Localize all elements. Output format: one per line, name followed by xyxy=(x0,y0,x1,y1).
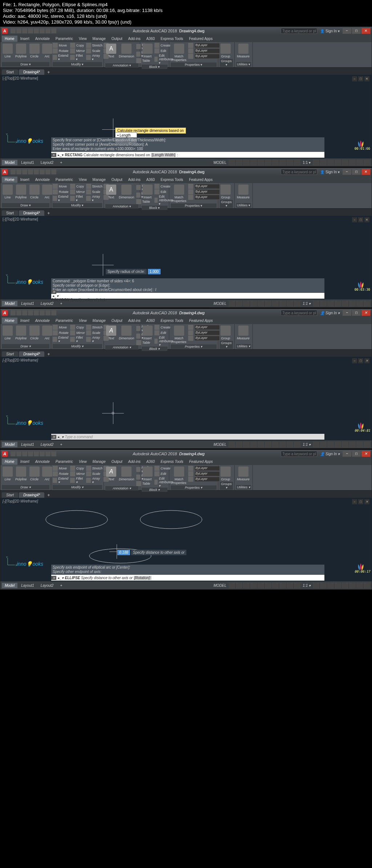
scale-indicator[interactable]: 1:1 ▾ xyxy=(301,443,312,447)
viewport-maximize[interactable]: □ xyxy=(358,76,363,81)
qat-button-4[interactable] xyxy=(34,169,39,174)
qat-button-6[interactable] xyxy=(45,169,50,174)
qat-button-1[interactable] xyxy=(16,451,21,456)
status-toggle-r3[interactable] xyxy=(335,441,341,447)
modify-scale-button[interactable]: Scale xyxy=(86,471,103,476)
menu-featured-apps[interactable]: Featured Apps xyxy=(186,459,215,465)
status-toggle-r7[interactable] xyxy=(364,300,370,306)
measure-button[interactable]: Measure xyxy=(236,325,250,341)
status-toggle-1[interactable] xyxy=(236,582,242,588)
draw-circle-button[interactable]: Circle xyxy=(29,466,40,482)
layout2-tab[interactable]: Layout2 xyxy=(38,583,57,588)
drawing-canvas[interactable]: [-][Top][2D Wireframe] − □ ✕ X Y inno💡oo… xyxy=(0,216,372,299)
model-tab[interactable]: Model xyxy=(2,301,17,306)
menu-a360[interactable]: A360 xyxy=(143,36,158,42)
text-button[interactable]: AText xyxy=(105,325,117,341)
layer-combo[interactable]: ByLayer xyxy=(188,466,220,471)
group-button[interactable]: Group xyxy=(220,43,231,59)
status-toggle-0[interactable] xyxy=(229,160,235,165)
status-toggle-r1[interactable] xyxy=(320,441,327,447)
status-toggle-9[interactable] xyxy=(294,441,300,447)
status-toggle-r5[interactable] xyxy=(349,582,356,588)
modify-stretch-button[interactable]: Stretch xyxy=(86,184,103,189)
menu-express-tools[interactable]: Express Tools xyxy=(158,459,186,465)
status-toggle-3[interactable] xyxy=(250,160,257,165)
menu-express-tools[interactable]: Express Tools xyxy=(158,318,186,324)
linetype-combo[interactable]: ByLayer xyxy=(188,330,220,335)
menu-insert[interactable]: Insert xyxy=(17,318,32,324)
group-button[interactable]: Group xyxy=(220,325,231,341)
signin-button[interactable]: 👤 Sign In ▾ xyxy=(320,170,340,174)
minimize-button[interactable]: − xyxy=(343,310,351,316)
status-toggle-7[interactable] xyxy=(279,160,286,165)
status-toggle-3[interactable] xyxy=(250,441,257,447)
lineweight-combo[interactable]: ByLayer xyxy=(188,336,220,341)
qat-button-5[interactable] xyxy=(40,169,45,174)
viewport-label[interactable]: [-][Top][2D Wireframe] xyxy=(3,76,38,80)
layout2-tab[interactable]: Layout2 xyxy=(38,160,57,165)
menu-view[interactable]: View xyxy=(76,36,90,42)
viewport-minimize[interactable]: − xyxy=(352,358,357,363)
status-toggle-r5[interactable] xyxy=(349,300,356,306)
qat-button-2[interactable] xyxy=(22,310,27,315)
app-icon[interactable]: A xyxy=(2,28,8,34)
viewport-maximize[interactable]: □ xyxy=(358,358,363,363)
menu-output[interactable]: Output xyxy=(109,318,125,324)
status-toggle-r0[interactable] xyxy=(313,582,319,588)
modify-move-button[interactable]: Move xyxy=(53,184,69,189)
menu-output[interactable]: Output xyxy=(109,36,125,42)
status-toggle-7[interactable] xyxy=(279,582,286,588)
qat-button-3[interactable] xyxy=(28,451,33,456)
status-toggle-0[interactable] xyxy=(229,441,235,447)
modify-array-button[interactable]: Array ▾ xyxy=(86,477,103,484)
status-toggle-r0[interactable] xyxy=(313,160,319,165)
qat-button-7[interactable] xyxy=(51,28,56,33)
signin-button[interactable]: 👤 Sign In ▾ xyxy=(320,452,340,456)
menu-view[interactable]: View xyxy=(76,318,90,324)
qat-button-3[interactable] xyxy=(28,169,33,174)
menu-annotate[interactable]: Annotate xyxy=(32,459,53,465)
dynamic-input[interactable]: 0.188Specify distance to other axis or xyxy=(117,550,186,555)
menu-parametric[interactable]: Parametric xyxy=(53,318,76,324)
modify-mirror-button[interactable]: Mirror xyxy=(70,330,85,335)
status-toggle-5[interactable] xyxy=(265,160,271,165)
modify-array-button[interactable]: Array ▾ xyxy=(86,195,103,202)
status-toggle-r3[interactable] xyxy=(335,300,341,306)
status-toggle-r3[interactable] xyxy=(335,582,341,588)
app-icon[interactable]: A xyxy=(2,451,8,457)
status-toggle-2[interactable] xyxy=(243,441,250,447)
status-toggle-1[interactable] xyxy=(236,300,242,306)
status-toggle-r7[interactable] xyxy=(364,160,370,165)
status-toggle-6[interactable] xyxy=(272,441,279,447)
minimize-button[interactable]: − xyxy=(343,451,351,457)
draw-line-button[interactable]: Line xyxy=(2,43,13,59)
qat-button-0[interactable] xyxy=(11,310,16,315)
cmdline-close-icon[interactable]: ✕ xyxy=(51,153,56,157)
modify-fillet-button[interactable]: Fillet ▾ xyxy=(70,477,85,484)
status-toggle-8[interactable] xyxy=(287,582,293,588)
modify-fillet-button[interactable]: Fillet ▾ xyxy=(70,195,85,202)
status-toggle-5[interactable] xyxy=(265,300,271,306)
drawing-canvas[interactable]: [-][Top][2D Wireframe] − □ ✕ X Y inno💡oo… xyxy=(0,498,372,581)
new-tab-button[interactable]: + xyxy=(45,493,52,498)
new-tab-button[interactable]: + xyxy=(45,352,52,357)
qat-button-7[interactable] xyxy=(51,310,56,315)
menu-home[interactable]: Home xyxy=(2,459,17,465)
draw-circle-button[interactable]: Circle xyxy=(29,325,40,341)
modify-stretch-button[interactable]: Stretch xyxy=(86,43,103,48)
status-toggle-r6[interactable] xyxy=(356,441,363,447)
layer-combo[interactable]: ByLayer xyxy=(188,43,220,48)
text-button[interactable]: AText xyxy=(105,184,117,200)
help-search-input[interactable] xyxy=(281,310,317,316)
insert-button[interactable]: Insert xyxy=(142,466,153,482)
add-layout-button[interactable]: + xyxy=(57,583,65,588)
start-tab[interactable]: Start xyxy=(2,210,18,216)
match-properties-button[interactable]: Match Properties xyxy=(171,325,187,344)
viewport-label[interactable]: [-][Top][2D Wireframe] xyxy=(3,217,38,221)
new-tab-button[interactable]: + xyxy=(45,211,52,216)
status-toggle-r7[interactable] xyxy=(364,582,370,588)
qat-button-3[interactable] xyxy=(28,310,33,315)
add-layout-button[interactable]: + xyxy=(57,442,65,447)
command-line[interactable]: ✕ ▸_▾ RECTANG Calculate rectangle dimens… xyxy=(51,152,324,158)
modify-array-button[interactable]: Array ▾ xyxy=(86,336,103,343)
